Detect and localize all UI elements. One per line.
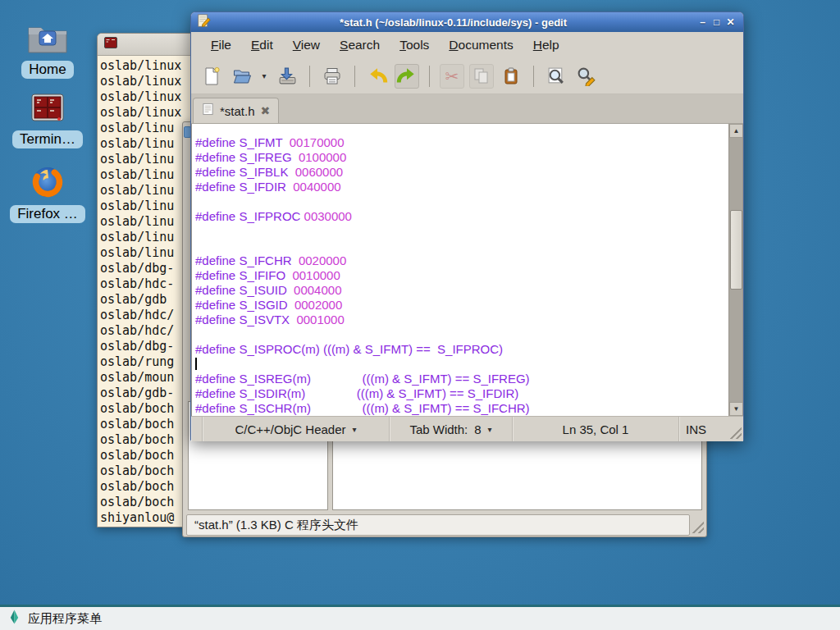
toolbar-separator (429, 66, 430, 87)
terminal-titlebar-icon (104, 37, 117, 52)
code-line: #define S_ISDIR(m) (((m) & S_IFMT) == S_… (195, 386, 728, 401)
menu-search[interactable]: Search (330, 34, 390, 56)
desktop-icon-label: Termin… (12, 130, 83, 148)
code-line (195, 357, 728, 372)
code-line: #define S_IFDIR 0040000 (195, 180, 728, 194)
vertical-scrollbar[interactable]: ▲ ▼ (728, 124, 742, 416)
code-line: #define S_ISREG(m) (((m) & S_IFMT) == S_… (195, 372, 728, 386)
gedit-statusbar: C/C++/ObjC Header ▾ Tab Width: 8 ▾ Ln 35… (191, 416, 743, 441)
code-line (195, 239, 728, 253)
desktop: Home Termin… (0, 0, 840, 630)
cut-button[interactable]: ✂ (440, 64, 464, 89)
desktop-icon-label: Home (21, 61, 73, 79)
home-folder-icon (26, 21, 69, 57)
menu-help[interactable]: Help (523, 34, 569, 56)
find-button[interactable] (544, 64, 568, 89)
code-line: #define S_ISVTX 0001000 (195, 313, 728, 327)
desktop-icon-terminal[interactable]: Termin… (5, 94, 90, 148)
tab-stath[interactable]: *stat.h ✖ (193, 98, 279, 123)
minimize-button[interactable]: – (696, 16, 710, 28)
tab-document-icon (202, 103, 214, 119)
file-manager-status-text: “stat.h” (1.3 KB) C 程序头文件 (194, 518, 358, 533)
applications-menu-label: 应用程序菜单 (28, 611, 102, 627)
close-button[interactable]: ✕ (724, 16, 737, 28)
statusbar-pad (191, 417, 203, 441)
toolbar-separator (354, 66, 355, 87)
gedit-menubar: FileEditViewSearchToolsDocumentsHelp (191, 32, 743, 58)
applications-menu-icon (8, 609, 21, 628)
new-document-button[interactable] (199, 64, 224, 89)
gedit-titlebar[interactable]: *stat.h (~/oslab/linux-0.11/include/sys)… (191, 12, 743, 32)
menu-file[interactable]: File (201, 34, 241, 56)
applications-menu-button[interactable]: 应用程序菜单 (0, 609, 102, 628)
tab-width-dropdown[interactable]: Tab Width: 8 ▾ (390, 417, 513, 441)
editor-area[interactable]: #define S_IFMT 00170000#define S_IFREG 0… (191, 124, 743, 416)
tab-label: *stat.h (220, 104, 255, 118)
code-line: #define S_IFIFO 0010000 (195, 268, 728, 283)
paste-button[interactable] (499, 64, 523, 89)
tab-width-label: Tab Width: (409, 422, 468, 436)
copy-button[interactable] (469, 64, 494, 89)
scrollbar-thumb[interactable] (730, 210, 742, 290)
chevron-down-icon: ▾ (488, 425, 492, 434)
language-label: C/C++/ObjC Header (235, 422, 345, 436)
toolbar-separator (309, 66, 310, 87)
text-cursor (195, 358, 197, 370)
save-button[interactable] (275, 64, 299, 89)
print-button[interactable] (320, 64, 345, 89)
undo-button[interactable] (365, 64, 390, 89)
desktop-icon-firefox[interactable]: Firefox … (5, 166, 90, 223)
code-line (195, 224, 728, 239)
code-line: #define S_ISGID 0002000 (195, 298, 728, 313)
maximize-button[interactable]: □ (710, 16, 724, 28)
code-line: #define S_ISPROC(m) (((m) & S_IFMT) == S… (195, 342, 728, 357)
cursor-position-status: Ln 35, Col 1 (513, 417, 679, 441)
open-button[interactable] (229, 64, 253, 89)
code-line: #define S_IFREG 0100000 (195, 150, 728, 165)
toolbar-separator (533, 66, 534, 87)
scroll-down-icon[interactable]: ▼ (729, 402, 743, 416)
window-title: *stat.h (~/oslab/linux-0.11/include/sys)… (211, 16, 696, 29)
menu-edit[interactable]: Edit (241, 34, 283, 56)
terminal-icon (30, 94, 65, 127)
code-line: #define S_IFPROC 0030000 (195, 209, 728, 224)
code-line (195, 327, 728, 342)
gedit-toolbar: ▾ (191, 58, 743, 94)
gedit-tabbar: *stat.h ✖ (191, 94, 743, 124)
menu-documents[interactable]: Documents (439, 34, 523, 56)
code-line: #define S_IFBLK 0060000 (195, 165, 728, 180)
open-dropdown-arrow[interactable]: ▾ (258, 64, 270, 89)
code-line: #define S_ISCHR(m) (((m) & S_IFMT) == S_… (195, 401, 728, 416)
scroll-up-icon[interactable]: ▲ (729, 124, 743, 138)
tab-close-icon[interactable]: ✖ (261, 104, 271, 117)
taskbar: 应用程序菜单 (0, 605, 840, 630)
code-line: #define S_IFMT 00170000 (195, 135, 728, 150)
redo-button[interactable] (395, 64, 419, 89)
code-line: #define S_IFCHR 0020000 (195, 253, 728, 268)
language-dropdown[interactable]: C/C++/ObjC Header ▾ (203, 417, 390, 441)
code-line (195, 194, 728, 209)
desktop-icon-label: Firefox … (10, 205, 85, 223)
replace-button[interactable] (573, 64, 598, 89)
gedit-window[interactable]: *stat.h (~/oslab/linux-0.11/include/sys)… (190, 11, 744, 441)
desktop-icon-home[interactable]: Home (5, 21, 90, 79)
tab-width-value: 8 (474, 422, 481, 436)
menu-view[interactable]: View (283, 34, 330, 56)
gedit-app-icon (197, 14, 211, 31)
code-line: #define S_ISUID 0004000 (195, 283, 728, 298)
file-manager-statusbar: “stat.h” (1.3 KB) C 程序头文件 (186, 514, 690, 536)
chevron-down-icon: ▾ (353, 425, 357, 434)
firefox-icon (31, 166, 64, 202)
menu-tools[interactable]: Tools (390, 34, 439, 56)
resize-grip[interactable] (689, 518, 704, 533)
editor-code[interactable]: #define S_IFMT 00170000#define S_IFREG 0… (195, 135, 728, 416)
